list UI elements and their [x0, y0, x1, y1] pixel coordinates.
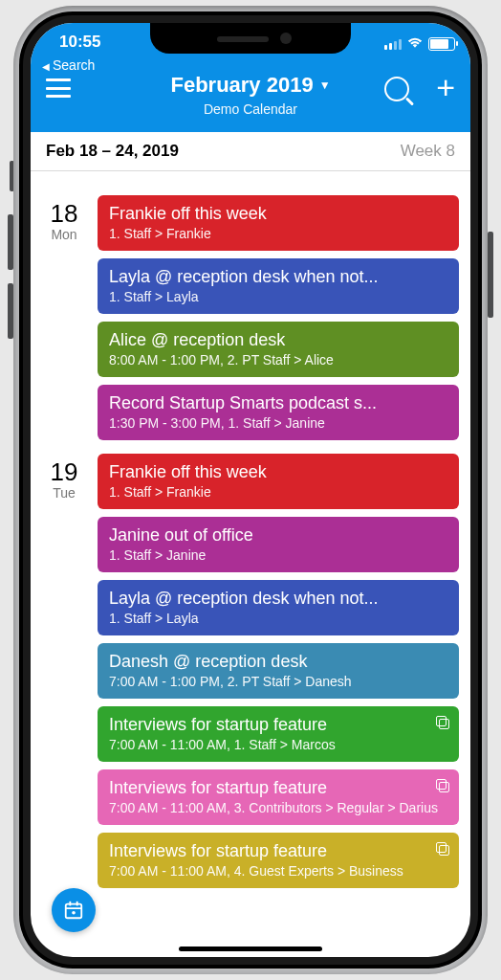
- event-card[interactable]: Record Startup Smarts podcast s...1:30 P…: [98, 385, 459, 440]
- event-card[interactable]: Interviews for startup feature7:00 AM - …: [98, 833, 459, 888]
- week-header: Feb 18 – 24, 2019 Week 8: [31, 132, 470, 171]
- event-card[interactable]: Layla @ reception desk when not...1. Sta…: [98, 580, 459, 635]
- add-button[interactable]: +: [436, 69, 455, 106]
- power-button[interactable]: [488, 232, 493, 318]
- event-subtitle: 1. Staff > Layla: [109, 289, 447, 304]
- event-subtitle: 1. Staff > Frankie: [109, 484, 447, 500]
- today-fab[interactable]: [52, 888, 96, 932]
- event-title: Janine out of office: [109, 525, 447, 546]
- day-of-week: Tue: [31, 485, 98, 501]
- event-card[interactable]: Danesh @ reception desk7:00 AM - 1:00 PM…: [98, 643, 459, 699]
- day-number: 18: [31, 199, 98, 229]
- event-list[interactable]: 18MonFrankie off this week1. Staff > Fra…: [31, 189, 470, 957]
- event-title: Interviews for startup feature: [109, 778, 447, 798]
- event-title: Record Startup Smarts podcast s...: [109, 393, 447, 413]
- event-title: Danesh @ reception desk: [109, 652, 447, 672]
- event-subtitle: 7:00 AM - 1:00 PM, 2. PT Staff > Danesh: [109, 674, 447, 689]
- battery-icon: [428, 37, 455, 51]
- event-title: Frankie off this week: [109, 462, 447, 482]
- event-card[interactable]: Frankie off this week1. Staff > Frankie: [98, 195, 459, 251]
- day-number: 19: [31, 457, 98, 487]
- day-row: 18MonFrankie off this week1. Staff > Fra…: [31, 189, 470, 448]
- svg-point-4: [72, 911, 76, 915]
- date-range: Feb 18 – 24, 2019: [46, 142, 179, 161]
- event-title: Layla @ reception desk when not...: [109, 589, 447, 609]
- day-events: Frankie off this week1. Staff > FrankieL…: [98, 189, 470, 448]
- event-subtitle: 1. Staff > Layla: [109, 611, 447, 626]
- event-title: Interviews for startup feature: [109, 841, 447, 861]
- event-subtitle: 8:00 AM - 1:00 PM, 2. PT Staff > Alice: [109, 352, 447, 368]
- event-card[interactable]: Interviews for startup feature7:00 AM - …: [98, 706, 459, 762]
- calendar-name: Demo Calendar: [31, 101, 470, 117]
- svg-rect-2: [69, 902, 71, 906]
- week-number: Week 8: [401, 142, 455, 161]
- search-button[interactable]: [384, 77, 409, 101]
- month-label: February 2019: [170, 73, 313, 97]
- event-card[interactable]: Layla @ reception desk when not...1. Sta…: [98, 258, 459, 314]
- event-subtitle: 7:00 AM - 11:00 AM, 4. Guest Experts > B…: [109, 863, 447, 879]
- event-subtitle: 7:00 AM - 11:00 AM, 1. Staff > Marcos: [109, 737, 447, 752]
- signal-icon: [384, 39, 402, 50]
- event-title: Interviews for startup feature: [109, 715, 447, 735]
- event-card[interactable]: Frankie off this week1. Staff > Frankie: [98, 454, 459, 509]
- day-of-week: Mon: [31, 227, 98, 242]
- event-title: Frankie off this week: [109, 204, 447, 224]
- event-subtitle: 7:00 AM - 11:00 AM, 3. Contributors > Re…: [109, 800, 447, 815]
- day-label: 19Tue: [31, 448, 98, 896]
- clock: 10:55: [59, 33, 100, 52]
- event-subtitle: 1. Staff > Frankie: [109, 226, 447, 241]
- event-card[interactable]: Janine out of office1. Staff > Janine: [98, 517, 459, 572]
- svg-rect-0: [66, 904, 82, 919]
- copy-icon: [436, 842, 449, 856]
- notch: [150, 23, 351, 54]
- wifi-icon: [407, 34, 423, 54]
- copy-icon: [436, 779, 449, 792]
- day-label: 18Mon: [31, 189, 98, 448]
- day-events: Frankie off this week1. Staff > FrankieJ…: [98, 448, 470, 896]
- event-card[interactable]: Alice @ reception desk8:00 AM - 1:00 PM,…: [98, 322, 459, 377]
- event-card[interactable]: Interviews for startup feature7:00 AM - …: [98, 769, 459, 825]
- event-subtitle: 1:30 PM - 3:00 PM, 1. Staff > Janine: [109, 415, 447, 431]
- event-title: Alice @ reception desk: [109, 330, 447, 350]
- search-icon: [384, 77, 409, 101]
- chevron-down-icon: ▼: [319, 78, 331, 92]
- event-title: Layla @ reception desk when not...: [109, 267, 447, 287]
- event-subtitle: 1. Staff > Janine: [109, 547, 447, 563]
- copy-icon: [436, 716, 449, 729]
- svg-rect-3: [76, 902, 78, 906]
- phone-frame: 10:55 Search February 2019▼ Demo Calenda…: [13, 6, 488, 974]
- home-indicator[interactable]: [179, 947, 322, 951]
- calendar-icon: [63, 900, 84, 921]
- day-row: 19TueFrankie off this week1. Staff > Fra…: [31, 448, 470, 896]
